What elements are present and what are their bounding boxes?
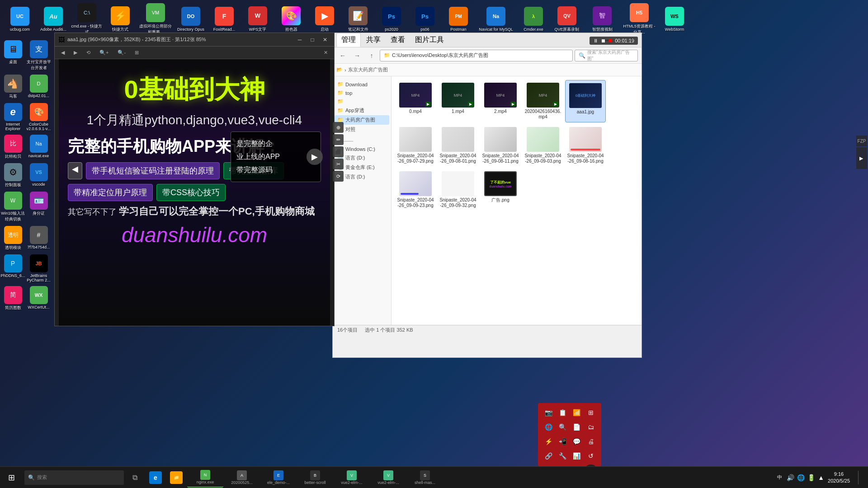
widget-icon-doc[interactable]: 📄 <box>571 421 583 433</box>
volume-icon[interactable]: 🔊 <box>787 474 794 481</box>
sidebar-item-download[interactable]: 📁 Download <box>335 80 389 89</box>
file-2mp4[interactable]: MP4 ▶ 2.mp4 <box>480 80 521 122</box>
widget-icon-wifi[interactable]: 📶 <box>571 407 583 418</box>
sidebar-item-top[interactable]: 📁 top <box>335 89 389 97</box>
file-snip3[interactable]: Snipaste_2020-04-26_09-08-11.png <box>480 124 521 167</box>
close-button[interactable]: ✕ <box>320 35 330 44</box>
arrow-up-icon[interactable]: ▲ <box>818 474 824 481</box>
float-btn-1[interactable]: ⊕ <box>333 122 344 133</box>
sidebar-icon-shenfen[interactable]: 🪪 身分证 <box>26 190 52 224</box>
sidebar-icon-navicat2[interactable]: Na navicat.exe <box>26 133 52 161</box>
sidebar-icon-wxcert[interactable]: WX WXCertUt... <box>26 284 52 313</box>
sidebar-icon-vscode[interactable]: VS vscode <box>26 161 52 190</box>
taskbar-app1[interactable]: A 20200525... <box>224 468 260 488</box>
next-nav-arrow[interactable]: ▶ <box>307 149 323 165</box>
maximize-button[interactable]: □ <box>307 35 318 44</box>
sidebar-icon-phdns[interactable]: P PhDDNS_6... <box>0 253 26 284</box>
widget-icon-chat[interactable]: 💬 <box>571 436 583 447</box>
right-toolbar-btn-2[interactable]: ▶ <box>856 147 867 169</box>
widget-icon-wrench[interactable]: 🔧 <box>557 450 569 462</box>
float-btn-5[interactable]: ⟳ <box>333 171 344 182</box>
sidebar-icon-win10input[interactable]: W Win10输入法经典切换 <box>0 190 26 224</box>
desktop-icon-qve[interactable]: QV QVE屏幕录制 <box>551 6 583 33</box>
sidebar-icon-dstp[interactable]: D dstp42.01... <box>26 73 52 101</box>
desktop-icon-cmder[interactable]: λ Cmder.exe <box>517 7 550 32</box>
taskbar-ele[interactable]: E ele_demo-... <box>260 468 297 488</box>
file-snip6[interactable]: Snipaste_2020-04-26_09-09-23.png <box>395 169 436 211</box>
desktop-icon-notes[interactable]: 📝 笔记和文件 <box>342 6 374 33</box>
ribbon-tab-share[interactable]: 共享 <box>362 33 385 47</box>
fm-address-bar[interactable]: 📁 C:\Users\lenovo\Desktop\东京大药房广告图 <box>380 50 573 61</box>
desktop-icon-html5[interactable]: H5 HTML5资源教程 - 分享... <box>621 3 657 35</box>
desktop-icon-postman[interactable]: PM Postman <box>442 7 475 32</box>
widget-icon-refresh[interactable]: ↺ <box>585 450 597 462</box>
taskbar-vue2[interactable]: V vue2-elm-... <box>370 468 406 488</box>
desktop-icon-wps[interactable]: W WPS文字 <box>241 6 274 33</box>
file-snip1[interactable]: Snipaste_2020-04-26_09-07-29.png <box>395 124 436 167</box>
sidebar-icon-zhifubao[interactable]: 支 支付宝开放平台开发者 <box>26 38 52 73</box>
file-0mp4[interactable]: MP4 ▶ 0.mp4 <box>395 80 436 122</box>
zoom-out-button[interactable]: 🔍- <box>115 49 128 56</box>
file-snip4[interactable]: Snipaste_2020-04-26_09-09-03.png <box>523 124 563 167</box>
task-view-button[interactable]: ⧉ <box>126 468 144 488</box>
next-button[interactable]: ▶ <box>71 49 80 56</box>
zoom-in-button[interactable]: 🔍+ <box>97 49 111 56</box>
widget-icon-link[interactable]: 🔗 <box>543 450 555 462</box>
desktop-icon-cmd[interactable]: C:\ cmd.exe - 快捷方式 <box>71 3 103 35</box>
desktop-icon-foxit[interactable]: F FoxitRead... <box>208 7 241 32</box>
desktop-icon-kuaijie[interactable]: ⚡ 快捷方式 <box>104 6 137 33</box>
sidebar-icon-ie[interactable]: e Internet Explorer <box>0 101 26 133</box>
ribbon-tab-picture-tools[interactable]: 图片工具 <box>410 33 448 47</box>
float-btn-4[interactable]: ✂ <box>333 159 344 169</box>
desktop-icon-ucbug[interactable]: UC ucbug.com <box>4 7 36 32</box>
fm-search-bar[interactable]: 🔍 搜索"东京大药房广告图" <box>575 50 638 61</box>
sidebar-icon-biteri[interactable]: 比 比特粒贝 <box>0 133 26 161</box>
sidebar-icon-horses[interactable]: 🐴 马客 <box>0 73 26 101</box>
sidebar-icon-control[interactable]: ⚙ 控制面板 <box>0 161 26 190</box>
minimize-button[interactable]: ─ <box>294 35 305 44</box>
widget-icon-clipboard[interactable]: 📋 <box>557 407 569 418</box>
desktop-icon-virtual[interactable]: VM 虚拟环境公用部分和重要... <box>137 3 174 35</box>
ribbon-tab-view[interactable]: 查看 <box>386 33 410 47</box>
fm-forward-button[interactable]: → <box>351 50 363 61</box>
sidebar-icon-jetbrains[interactable]: JB JetBrains PyCharm 2... <box>26 253 52 284</box>
file-long-mp4[interactable]: MP4 ▶ 20200426160436.mp4 <box>523 80 563 122</box>
widget-icon-search-w[interactable]: 🔍 <box>557 421 569 433</box>
taskbar-clock[interactable]: 9:16 2020/5/25 <box>828 471 850 484</box>
desktop-icon-navicat[interactable]: Na Navicat for MySQL <box>476 7 516 32</box>
widget-icon-phone[interactable]: 📲 <box>557 436 569 447</box>
delete-button[interactable]: ✕ <box>321 49 330 56</box>
start-button[interactable]: ⊞ <box>0 467 23 488</box>
taskbar-shell[interactable]: S shell-mas... <box>407 468 443 488</box>
taskbar-search[interactable]: 🔍 搜索 <box>24 470 124 485</box>
fm-up-button[interactable]: ↑ <box>365 50 378 61</box>
desktop-icon-zhineng[interactable]: 智 智慧搜视制 <box>584 6 620 33</box>
sidebar-icon-hash[interactable]: # 7f7b4754d... <box>26 224 52 253</box>
fit-button[interactable]: ⊞ <box>132 49 142 56</box>
sidebar-icon-jianlietu[interactable]: 简 简历图数 <box>0 284 26 313</box>
rotate-button[interactable]: ⟲ <box>84 49 93 56</box>
desktop-icon-ps006[interactable]: Ps ps06 <box>409 7 441 32</box>
file-snip7[interactable]: Snipaste_2020-04-26_09-09-32.png <box>438 169 478 211</box>
widget-icon-grid[interactable]: ⊞ <box>585 407 597 418</box>
sidebar-icon-toumo[interactable]: 透明 透明模块 <box>0 224 26 253</box>
widget-icon-folder-w[interactable]: 🗂 <box>585 421 597 433</box>
battery-icon[interactable]: 🔋 <box>807 474 815 481</box>
desktop-icon-ps2020[interactable]: Ps ps2020 <box>375 7 408 32</box>
desktop-icon-webstorm[interactable]: WS WebStorm <box>658 7 691 32</box>
taskbar-vue1[interactable]: V vue2-elm-... <box>334 468 370 488</box>
widget-icon-camera[interactable]: 📷 <box>543 407 555 418</box>
fm-back-button[interactable]: ← <box>336 50 349 61</box>
prev-button[interactable]: ◀ <box>58 49 67 56</box>
desktop-icon-directory-opus[interactable]: DO Directory Opus <box>175 7 207 32</box>
sidebar-item-empty[interactable]: 📁 <box>335 97 389 106</box>
widget-icon-chart[interactable]: 📊 <box>571 450 583 462</box>
taskbar-explorer-icon[interactable]: 📁 <box>166 468 186 488</box>
float-btn-2[interactable]: ✏ <box>333 134 344 145</box>
float-btn-3[interactable]: ⬛ <box>333 146 344 157</box>
right-toolbar-btn-1[interactable]: FZP <box>856 136 867 146</box>
sidebar-item-app[interactable]: 📁 App穿透 <box>335 106 389 115</box>
desktop-icon-adobe[interactable]: Au Adobe Auditi... <box>37 7 70 32</box>
sidebar-icon-desktop[interactable]: 🖥 桌面 <box>0 38 26 73</box>
show-desktop-button[interactable] <box>854 468 864 488</box>
